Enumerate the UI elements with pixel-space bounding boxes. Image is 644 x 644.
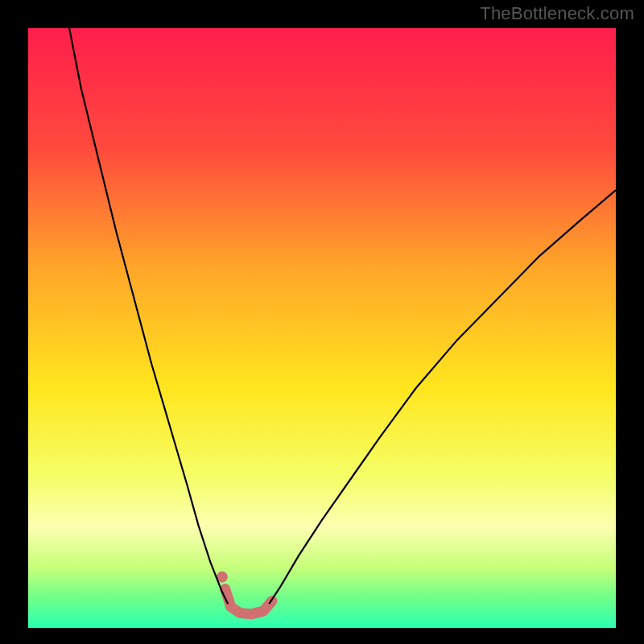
bottleneck-chart xyxy=(0,0,644,644)
watermark-text: TheBottleneck.com xyxy=(480,3,634,24)
chart-frame: TheBottleneck.com xyxy=(0,0,644,644)
plot-background xyxy=(28,28,616,628)
